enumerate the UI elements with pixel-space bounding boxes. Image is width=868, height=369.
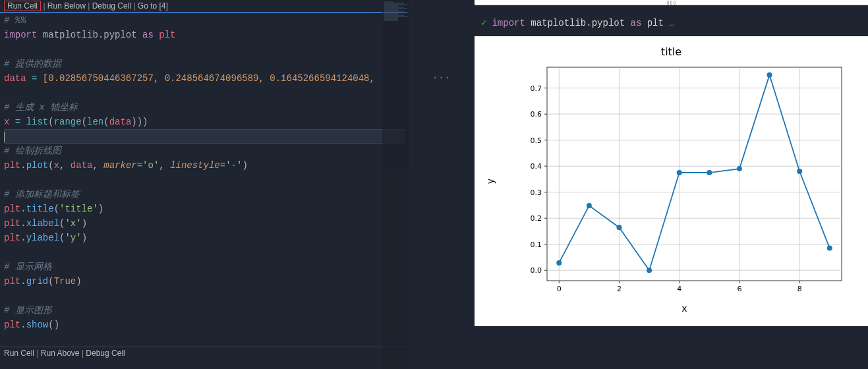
- svg-text:0.3: 0.3: [531, 188, 542, 197]
- svg-point-44: [677, 170, 682, 175]
- current-line[interactable]: [4, 129, 405, 144]
- run-cell-link-2[interactable]: Run Cell: [4, 349, 34, 358]
- run-above-link[interactable]: Run Above: [41, 349, 80, 358]
- debug-cell-link[interactable]: Debug Cell: [92, 1, 131, 11]
- output-cell-header: ✓ import matplotlib.pyplot as plt …: [475, 5, 868, 36]
- svg-text:0.5: 0.5: [531, 136, 542, 145]
- ellipsis-icon[interactable]: ···: [432, 72, 451, 369]
- kw-import: import: [4, 30, 37, 40]
- svg-point-43: [647, 268, 652, 273]
- svg-point-49: [827, 246, 832, 251]
- svg-point-48: [797, 169, 802, 174]
- svg-text:2: 2: [617, 285, 622, 293]
- output-toolbar: ▯▯▯: [475, 0, 868, 5]
- cell-marker: # %%: [4, 15, 26, 26]
- svg-point-42: [616, 225, 622, 230]
- svg-text:0.1: 0.1: [531, 241, 542, 249]
- svg-text:0.2: 0.2: [531, 214, 542, 223]
- comment-plot: # 绘制折线图: [4, 146, 61, 156]
- code-editor-pane: Run Cell | Run Below | Debug Cell | Go t…: [0, 0, 409, 369]
- pane-gutter: ···: [409, 0, 475, 369]
- run-below-link[interactable]: Run Below: [47, 1, 86, 11]
- svg-text:0.4: 0.4: [531, 162, 542, 171]
- svg-point-47: [767, 72, 772, 78]
- code-area[interactable]: # %% import matplotlib.pyplot as plt # 提…: [0, 13, 409, 347]
- comment-show: # 显示图形: [4, 305, 52, 316]
- executed-code-preview: import matplotlib.pyplot as plt …: [492, 18, 674, 28]
- chart-output: title y 0.00.10.20.30.40.50.60.702468 x: [475, 36, 868, 326]
- svg-text:0.7: 0.7: [531, 84, 542, 93]
- svg-point-40: [556, 260, 562, 266]
- minimap[interactable]: [382, 0, 409, 369]
- svg-text:0.0: 0.0: [531, 266, 542, 275]
- chart-ylabel: y: [485, 179, 496, 184]
- check-icon: ✓: [481, 17, 486, 28]
- svg-text:6: 6: [737, 285, 741, 293]
- chart-xlabel: x: [507, 300, 861, 314]
- svg-text:0.6: 0.6: [531, 110, 542, 119]
- svg-point-46: [737, 166, 742, 171]
- run-cell-link[interactable]: Run Cell: [4, 1, 41, 11]
- cell-code-lens-top: Run Cell | Run Below | Debug Cell | Go t…: [0, 0, 409, 12]
- comment-title: # 添加标题和标签: [4, 189, 80, 200]
- goto-link[interactable]: Go to [4]: [138, 1, 168, 11]
- comment-x: # 生成 x 轴坐标: [4, 102, 78, 113]
- debug-cell-link-2[interactable]: Debug Cell: [86, 349, 125, 358]
- cell-code-lens-bottom: Run Cell | Run Above | Debug Cell: [0, 347, 409, 359]
- interactive-output-pane: ▯▯▯ ✓ import matplotlib.pyplot as plt … …: [475, 0, 868, 369]
- chart-title: title: [481, 43, 861, 63]
- comment-data: # 提供的数据: [4, 59, 61, 69]
- svg-text:0: 0: [557, 285, 562, 293]
- svg-point-41: [587, 203, 592, 208]
- svg-text:8: 8: [797, 285, 802, 293]
- svg-rect-0: [547, 67, 842, 281]
- svg-text:4: 4: [677, 285, 681, 293]
- text-cursor: [4, 132, 5, 142]
- svg-point-45: [707, 170, 712, 175]
- chart-svg: 0.00.10.20.30.40.50.60.702468: [521, 63, 848, 300]
- comment-grid: # 显示网格: [4, 262, 52, 272]
